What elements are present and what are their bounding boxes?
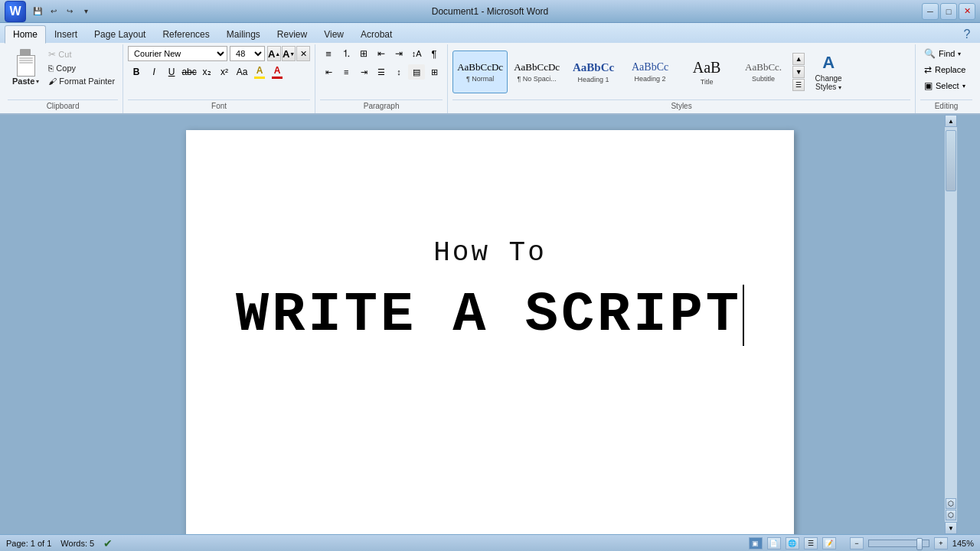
- underline-button[interactable]: U: [163, 64, 180, 80]
- font-name-row: Courier New 48 A▲ A▼ ✕: [128, 46, 310, 61]
- font-size-select[interactable]: 48: [230, 46, 265, 61]
- bold-button[interactable]: B: [128, 64, 145, 80]
- multilevel-list-button[interactable]: ⊞: [355, 46, 372, 61]
- replace-button[interactable]: ⇄ Replace: [920, 62, 969, 77]
- align-right-button[interactable]: ⇥: [355, 64, 372, 80]
- maximize-button[interactable]: □: [940, 3, 957, 20]
- decrease-indent-button[interactable]: ⇤: [373, 46, 390, 61]
- paste-button[interactable]: Paste ▾: [8, 46, 44, 89]
- cut-icon: ✂: [48, 49, 56, 60]
- style-subtitle-label: Subtitle: [752, 75, 775, 83]
- tab-page-layout[interactable]: Page Layout: [86, 25, 154, 43]
- web-layout-button[interactable]: 🌐: [786, 537, 799, 549]
- shrink-font-button[interactable]: A▼: [282, 46, 296, 61]
- help-button[interactable]: ?: [959, 26, 975, 43]
- style-title[interactable]: AaB Title: [679, 51, 734, 93]
- font-color-button[interactable]: A: [269, 64, 286, 80]
- superscript-button[interactable]: x²: [216, 64, 233, 80]
- tab-references[interactable]: References: [154, 25, 217, 43]
- find-button[interactable]: 🔍 Find ▾: [920, 46, 969, 61]
- scroll-bottom-button[interactable]: ⬡: [946, 510, 956, 520]
- change-styles-arrow: ▾: [838, 84, 841, 91]
- line-spacing-button[interactable]: ↕: [390, 64, 407, 80]
- change-case-button[interactable]: Aa: [234, 64, 250, 80]
- text-cursor: [743, 285, 744, 346]
- style-heading1[interactable]: AaBbCc Heading 1: [566, 51, 621, 93]
- scroll-up-button[interactable]: ▲: [945, 115, 957, 127]
- copy-button[interactable]: ⎘ Copy: [45, 62, 118, 74]
- title-bar-controls: ─ □ ✕: [922, 3, 975, 20]
- strikethrough-button[interactable]: abc: [181, 64, 198, 80]
- scroll-down-button[interactable]: ▼: [945, 522, 957, 534]
- tab-home[interactable]: Home: [5, 25, 46, 44]
- style-normal-preview: AaBbCcDc: [457, 61, 503, 73]
- styles-scroll-up[interactable]: ▲: [792, 53, 805, 65]
- tab-view[interactable]: View: [315, 25, 352, 43]
- save-button[interactable]: 💾: [31, 5, 44, 18]
- tab-acrobat[interactable]: Acrobat: [352, 25, 400, 43]
- vertical-scrollbar: ▲ ⬡ ⬡ ▼: [945, 115, 957, 534]
- increase-indent-button[interactable]: ⇥: [390, 46, 407, 61]
- clipboard-group: Paste ▾ ✂ Cut ⎘ Copy 🖌 Format Painter: [3, 44, 123, 113]
- zoom-slider-thumb[interactable]: [916, 538, 923, 550]
- styles-scroll-down[interactable]: ▼: [792, 66, 805, 78]
- change-styles-icon: A: [822, 53, 835, 73]
- style-subtitle[interactable]: AaBbCc. Subtitle: [736, 51, 791, 93]
- clear-formatting-button[interactable]: ✕: [296, 46, 310, 61]
- borders-button[interactable]: ⊞: [426, 64, 443, 80]
- zoom-in-button[interactable]: +: [934, 537, 948, 549]
- style-no-spacing[interactable]: AaBbCcDc ¶ No Spaci...: [509, 51, 564, 93]
- numbered-list-button[interactable]: ⒈: [338, 46, 354, 61]
- style-heading1-preview: AaBbCc: [573, 60, 614, 74]
- redo-button[interactable]: ↪: [63, 5, 77, 18]
- word-app-icon: W: [5, 1, 26, 22]
- scroll-track[interactable]: [946, 127, 956, 497]
- font-name-select[interactable]: Courier New: [128, 46, 227, 61]
- full-reading-view-button[interactable]: 📄: [767, 537, 781, 549]
- tab-mailings[interactable]: Mailings: [218, 25, 269, 43]
- scroll-top-button[interactable]: ⬡: [946, 498, 956, 509]
- close-button[interactable]: ✕: [959, 3, 975, 20]
- document-line2: WRITE A SCRIPT: [236, 284, 744, 347]
- select-label: Select: [936, 81, 959, 90]
- document-area[interactable]: How To WRITE A SCRIPT ▲ ⬡ ⬡ ▼: [23, 115, 957, 534]
- tab-review[interactable]: Review: [269, 25, 315, 43]
- tab-insert[interactable]: Insert: [46, 25, 86, 43]
- style-normal[interactable]: AaBbCcDc ¶ Normal: [452, 51, 508, 93]
- minimize-button[interactable]: ─: [922, 3, 939, 20]
- clipboard-content: Paste ▾ ✂ Cut ⎘ Copy 🖌 Format Painter: [8, 46, 118, 98]
- format-painter-button[interactable]: 🖌 Format Painter: [45, 75, 118, 87]
- highlight-color-button[interactable]: A: [251, 64, 268, 80]
- find-arrow: ▾: [958, 51, 961, 57]
- grow-font-button[interactable]: A▲: [267, 46, 281, 61]
- zoom-out-button[interactable]: −: [850, 537, 864, 549]
- paragraph-label: Paragraph: [320, 99, 443, 112]
- zoom-slider[interactable]: [868, 540, 929, 547]
- normal-view-button[interactable]: ▣: [749, 537, 763, 549]
- paste-line-2: [19, 60, 33, 61]
- align-left-button[interactable]: ⇤: [320, 64, 337, 80]
- customize-qat-button[interactable]: ▾: [79, 5, 93, 18]
- sort-button[interactable]: ↕A: [408, 46, 425, 61]
- justify-button[interactable]: ☰: [373, 64, 390, 80]
- align-center-button[interactable]: ≡: [338, 64, 354, 80]
- show-formatting-button[interactable]: ¶: [426, 46, 443, 61]
- subscript-button[interactable]: x₂: [198, 64, 215, 80]
- italic-button[interactable]: I: [145, 64, 162, 80]
- select-button[interactable]: ▣ Select ▾: [920, 78, 969, 93]
- draft-view-button[interactable]: 📝: [822, 537, 836, 549]
- outline-view-button[interactable]: ☰: [804, 537, 818, 549]
- shading-button[interactable]: ▤: [408, 64, 425, 80]
- change-styles-button[interactable]: A ChangeStyles ▾: [806, 50, 851, 94]
- document-page[interactable]: How To WRITE A SCRIPT: [186, 130, 794, 534]
- spelling-check-icon[interactable]: ✔: [103, 537, 113, 549]
- bullet-list-button[interactable]: ≡: [320, 46, 337, 61]
- undo-button[interactable]: ↩: [47, 5, 60, 18]
- scroll-thumb[interactable]: [946, 130, 956, 191]
- change-styles-label: ChangeStyles ▾: [815, 74, 842, 91]
- style-normal-label: ¶ Normal: [466, 75, 494, 83]
- style-heading2[interactable]: AaBbCc Heading 2: [622, 51, 678, 93]
- cut-button[interactable]: ✂ Cut: [45, 47, 118, 61]
- styles-scroll-more[interactable]: ☰: [792, 79, 805, 91]
- paragraph-group: ≡ ⒈ ⊞ ⇤ ⇥ ↕A ¶ ⇤ ≡ ⇥ ☰ ↕ ▤ ⊞ Paragraph: [315, 44, 448, 113]
